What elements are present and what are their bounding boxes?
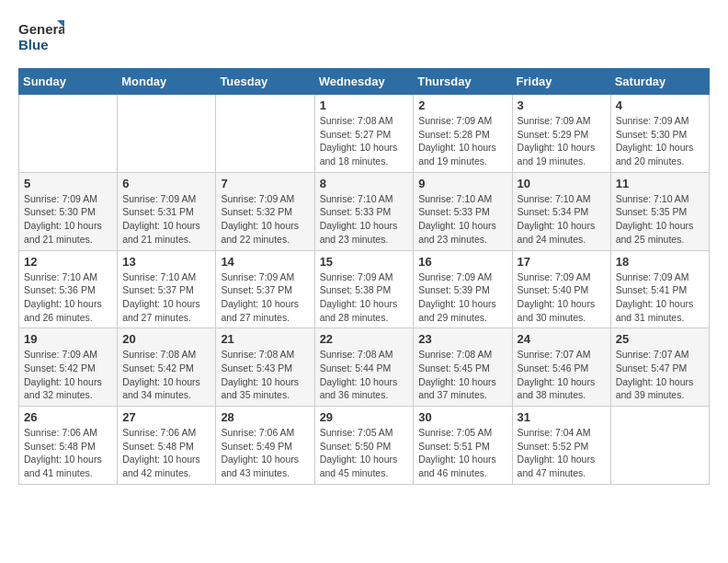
calendar-cell: 29Sunrise: 7:05 AM Sunset: 5:50 PM Dayli… xyxy=(314,407,414,485)
day-info: Sunrise: 7:08 AM Sunset: 5:27 PM Dayligh… xyxy=(320,114,409,168)
calendar-cell xyxy=(19,95,118,173)
calendar-cell: 17Sunrise: 7:09 AM Sunset: 5:40 PM Dayli… xyxy=(512,250,610,328)
day-info: Sunrise: 7:09 AM Sunset: 5:38 PM Dayligh… xyxy=(320,270,409,325)
svg-text:General: General xyxy=(18,21,64,37)
calendar-cell: 3Sunrise: 7:09 AM Sunset: 5:29 PM Daylig… xyxy=(512,95,610,173)
calendar-cell xyxy=(216,95,314,173)
week-row-1: 5Sunrise: 7:09 AM Sunset: 5:30 PM Daylig… xyxy=(19,172,710,250)
day-info: Sunrise: 7:09 AM Sunset: 5:37 PM Dayligh… xyxy=(221,270,309,325)
week-row-3: 19Sunrise: 7:09 AM Sunset: 5:42 PM Dayli… xyxy=(19,328,710,407)
day-info: Sunrise: 7:05 AM Sunset: 5:50 PM Dayligh… xyxy=(320,426,409,480)
day-number: 12 xyxy=(24,255,112,269)
day-number: 4 xyxy=(616,98,704,112)
day-number: 16 xyxy=(418,255,506,269)
day-number: 7 xyxy=(221,177,309,190)
day-info: Sunrise: 7:10 AM Sunset: 5:33 PM Dayligh… xyxy=(320,192,409,247)
column-header-friday: Friday xyxy=(512,69,610,95)
day-number: 27 xyxy=(122,410,210,424)
calendar-cell: 24Sunrise: 7:07 AM Sunset: 5:46 PM Dayli… xyxy=(512,328,610,407)
day-info: Sunrise: 7:09 AM Sunset: 5:30 PM Dayligh… xyxy=(616,114,704,168)
day-info: Sunrise: 7:09 AM Sunset: 5:31 PM Dayligh… xyxy=(122,192,210,247)
calendar-cell: 15Sunrise: 7:09 AM Sunset: 5:38 PM Dayli… xyxy=(314,250,414,328)
day-number: 14 xyxy=(221,255,309,269)
calendar-cell: 30Sunrise: 7:05 AM Sunset: 5:51 PM Dayli… xyxy=(414,407,512,485)
day-info: Sunrise: 7:09 AM Sunset: 5:42 PM Dayligh… xyxy=(24,348,112,402)
day-info: Sunrise: 7:09 AM Sunset: 5:30 PM Dayligh… xyxy=(24,192,112,247)
calendar-cell: 23Sunrise: 7:08 AM Sunset: 5:45 PM Dayli… xyxy=(414,328,512,407)
day-number: 9 xyxy=(418,177,506,190)
calendar-cell: 18Sunrise: 7:09 AM Sunset: 5:41 PM Dayli… xyxy=(610,250,709,328)
calendar-cell: 10Sunrise: 7:10 AM Sunset: 5:34 PM Dayli… xyxy=(512,172,610,250)
calendar-cell: 19Sunrise: 7:09 AM Sunset: 5:42 PM Dayli… xyxy=(19,328,118,407)
week-row-0: 1Sunrise: 7:08 AM Sunset: 5:27 PM Daylig… xyxy=(19,95,710,173)
day-info: Sunrise: 7:06 AM Sunset: 5:49 PM Dayligh… xyxy=(221,426,309,480)
calendar-cell: 25Sunrise: 7:07 AM Sunset: 5:47 PM Dayli… xyxy=(610,328,709,407)
header-row: SundayMondayTuesdayWednesdayThursdayFrid… xyxy=(19,69,710,95)
day-number: 10 xyxy=(518,177,606,190)
day-info: Sunrise: 7:10 AM Sunset: 5:35 PM Dayligh… xyxy=(616,192,704,247)
calendar-cell: 14Sunrise: 7:09 AM Sunset: 5:37 PM Dayli… xyxy=(216,250,314,328)
day-info: Sunrise: 7:08 AM Sunset: 5:42 PM Dayligh… xyxy=(122,348,210,402)
day-number: 23 xyxy=(418,332,506,346)
logo-icon: General Blue xyxy=(18,18,64,59)
calendar-cell: 2Sunrise: 7:09 AM Sunset: 5:28 PM Daylig… xyxy=(414,95,512,173)
day-info: Sunrise: 7:06 AM Sunset: 5:48 PM Dayligh… xyxy=(122,426,210,480)
day-info: Sunrise: 7:09 AM Sunset: 5:41 PM Dayligh… xyxy=(616,270,704,325)
svg-text:Blue: Blue xyxy=(18,37,49,52)
column-header-wednesday: Wednesday xyxy=(314,69,414,95)
column-header-sunday: Sunday xyxy=(19,69,118,95)
calendar-table: SundayMondayTuesdayWednesdayThursdayFrid… xyxy=(18,68,710,485)
day-info: Sunrise: 7:04 AM Sunset: 5:52 PM Dayligh… xyxy=(518,426,606,480)
day-number: 13 xyxy=(122,255,210,269)
day-number: 8 xyxy=(320,177,409,190)
day-number: 29 xyxy=(320,410,409,424)
calendar-cell: 5Sunrise: 7:09 AM Sunset: 5:30 PM Daylig… xyxy=(19,172,118,250)
day-number: 1 xyxy=(320,98,409,112)
day-info: Sunrise: 7:09 AM Sunset: 5:28 PM Dayligh… xyxy=(418,114,506,168)
day-info: Sunrise: 7:10 AM Sunset: 5:34 PM Dayligh… xyxy=(518,192,606,247)
column-header-tuesday: Tuesday xyxy=(216,69,314,95)
logo: General Blue xyxy=(18,18,64,59)
calendar-cell: 8Sunrise: 7:10 AM Sunset: 5:33 PM Daylig… xyxy=(314,172,414,250)
day-number: 2 xyxy=(418,98,506,112)
day-number: 3 xyxy=(518,98,606,112)
day-info: Sunrise: 7:08 AM Sunset: 5:43 PM Dayligh… xyxy=(221,348,309,402)
calendar-cell xyxy=(610,407,709,485)
day-number: 21 xyxy=(221,332,309,346)
calendar-cell: 9Sunrise: 7:10 AM Sunset: 5:33 PM Daylig… xyxy=(414,172,512,250)
calendar-cell: 21Sunrise: 7:08 AM Sunset: 5:43 PM Dayli… xyxy=(216,328,314,407)
calendar-cell: 4Sunrise: 7:09 AM Sunset: 5:30 PM Daylig… xyxy=(610,95,709,173)
day-number: 5 xyxy=(24,177,112,190)
calendar-cell: 28Sunrise: 7:06 AM Sunset: 5:49 PM Dayli… xyxy=(216,407,314,485)
day-info: Sunrise: 7:08 AM Sunset: 5:45 PM Dayligh… xyxy=(418,348,506,402)
day-number: 24 xyxy=(518,332,606,346)
day-number: 17 xyxy=(518,255,606,269)
calendar-cell: 13Sunrise: 7:10 AM Sunset: 5:37 PM Dayli… xyxy=(118,250,216,328)
day-number: 26 xyxy=(24,410,112,424)
day-number: 6 xyxy=(122,177,210,190)
day-info: Sunrise: 7:07 AM Sunset: 5:46 PM Dayligh… xyxy=(518,348,606,402)
day-info: Sunrise: 7:07 AM Sunset: 5:47 PM Dayligh… xyxy=(616,348,704,402)
day-number: 18 xyxy=(616,255,704,269)
day-number: 31 xyxy=(518,410,606,424)
calendar-cell: 12Sunrise: 7:10 AM Sunset: 5:36 PM Dayli… xyxy=(19,250,118,328)
day-info: Sunrise: 7:09 AM Sunset: 5:32 PM Dayligh… xyxy=(221,192,309,247)
day-info: Sunrise: 7:10 AM Sunset: 5:36 PM Dayligh… xyxy=(24,270,112,325)
day-number: 22 xyxy=(320,332,409,346)
calendar-cell: 6Sunrise: 7:09 AM Sunset: 5:31 PM Daylig… xyxy=(118,172,216,250)
day-number: 11 xyxy=(616,177,704,190)
calendar-cell: 11Sunrise: 7:10 AM Sunset: 5:35 PM Dayli… xyxy=(610,172,709,250)
day-info: Sunrise: 7:05 AM Sunset: 5:51 PM Dayligh… xyxy=(418,426,506,480)
calendar-cell: 26Sunrise: 7:06 AM Sunset: 5:48 PM Dayli… xyxy=(19,407,118,485)
day-number: 30 xyxy=(418,410,506,424)
day-number: 25 xyxy=(616,332,704,346)
column-header-saturday: Saturday xyxy=(610,69,709,95)
day-info: Sunrise: 7:10 AM Sunset: 5:37 PM Dayligh… xyxy=(122,270,210,325)
day-info: Sunrise: 7:09 AM Sunset: 5:29 PM Dayligh… xyxy=(518,114,606,168)
day-info: Sunrise: 7:06 AM Sunset: 5:48 PM Dayligh… xyxy=(24,426,112,480)
calendar-cell: 27Sunrise: 7:06 AM Sunset: 5:48 PM Dayli… xyxy=(118,407,216,485)
calendar-cell: 16Sunrise: 7:09 AM Sunset: 5:39 PM Dayli… xyxy=(414,250,512,328)
calendar-cell: 7Sunrise: 7:09 AM Sunset: 5:32 PM Daylig… xyxy=(216,172,314,250)
day-number: 20 xyxy=(122,332,210,346)
calendar-cell: 31Sunrise: 7:04 AM Sunset: 5:52 PM Dayli… xyxy=(512,407,610,485)
